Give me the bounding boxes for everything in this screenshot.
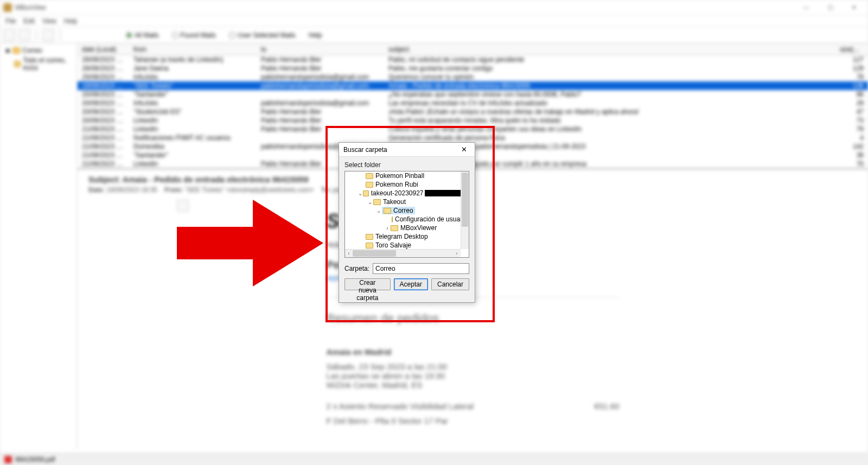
email-seat-line: 2 x Asiento Reservado Visibilidad Latera… <box>327 402 474 411</box>
preview-to-label: To: <box>321 186 331 194</box>
col-to[interactable]: to <box>257 46 384 53</box>
carpeta-input[interactable] <box>373 263 469 274</box>
tree-item[interactable]: Telegram Desktop <box>345 232 461 241</box>
dialog-title: Buscar carpeta <box>343 146 387 154</box>
menu-view[interactable]: View <box>42 17 56 25</box>
folder-icon <box>363 190 369 196</box>
toolbar-separator <box>36 30 37 41</box>
annotation-arrow-icon <box>177 200 323 286</box>
mail-row[interactable]: 25/09/2023 16:26InfoJobs pablohernandope… <box>78 73 868 81</box>
email-event-title: Amaia en Madrid <box>327 347 620 356</box>
scroll-right-icon[interactable]: › <box>453 250 461 257</box>
email-doors: Las puertas se abren a las 19:30 <box>327 371 620 380</box>
email-venue: WiZink Center, Madrid, ES <box>327 380 620 390</box>
toolbar-print-icon[interactable] <box>18 29 30 41</box>
scroll-left-icon[interactable]: ‹ <box>345 250 353 257</box>
folder-icon <box>366 173 373 179</box>
chevron-right-icon[interactable]: › <box>384 225 391 231</box>
mail-row[interactable]: 21/09/2023 09:16Notificaciones FNMT AC u… <box>78 133 868 142</box>
filter-user-selected[interactable]: User Selected Mails <box>229 31 296 39</box>
maximize-button[interactable]: ▢ <box>819 1 841 14</box>
carpeta-label: Carpeta: <box>344 265 369 272</box>
menu-edit[interactable]: Edit <box>23 17 35 25</box>
folder-icon <box>366 234 373 240</box>
mail-row[interactable]: 20/09/2023 16:36"StudentJob ES" Pablo He… <box>78 107 868 116</box>
filter-all-mails[interactable]: All Mails <box>126 31 159 39</box>
email-price: €51.60 <box>595 402 620 411</box>
menu-file[interactable]: File <box>5 17 16 25</box>
col-from[interactable]: from <box>129 46 257 53</box>
cancel-button[interactable]: Cancelar <box>431 278 469 290</box>
mail-row[interactable]: 26/09/2023 15:29Jane Daena Pablo Hernand… <box>78 64 868 73</box>
tree-item-correo[interactable]: ⌄Correo <box>345 206 461 215</box>
preview-from-label: From: <box>164 186 183 194</box>
statusbar: 96415059.pdf <box>0 453 868 465</box>
preview-from: "SEE Tickets" <donotreply@seetickets.com… <box>184 186 314 194</box>
folder-icon <box>392 216 393 222</box>
dialog-select-folder-label: Select folder <box>339 157 475 171</box>
folder-sidebar: ▣Correo Todo el correo, inclui <box>0 43 78 449</box>
email-section-resumen: Resumen de pedidos <box>327 311 620 326</box>
sidebar-root-correo[interactable]: ▣Correo <box>2 46 75 55</box>
folder-icon <box>391 225 398 231</box>
statusbar-file[interactable]: 96415059.pdf <box>15 456 55 463</box>
pdf-icon <box>4 456 12 463</box>
folder-tree[interactable]: Pokemon Pinball Pokemon Rubi ⌄takeout-20… <box>344 171 469 258</box>
tree-item[interactable]: Toro Salvaje <box>345 241 461 249</box>
chevron-down-icon[interactable]: ⌄ <box>367 199 373 205</box>
folder-browse-dialog: Buscar carpeta ✕ Select folder Pokemon P… <box>339 142 475 303</box>
chevron-down-icon[interactable]: ⌄ <box>358 190 363 196</box>
menubar: File Edit View Help <box>0 15 868 27</box>
mail-row[interactable]: 19/09/2023 18:35"SEE Tickets" pabloherna… <box>78 81 868 90</box>
toolbar-separator <box>60 30 61 41</box>
redacted-text <box>425 190 461 196</box>
col-subject[interactable]: subject <box>384 46 835 53</box>
close-window-button[interactable]: ✕ <box>843 1 865 14</box>
preview-date: 19/09/2023 18:35 <box>106 186 157 194</box>
folder-icon <box>373 199 381 205</box>
folder-icon <box>366 243 373 249</box>
mail-row[interactable]: 20/09/2023 20:34LinkedIn Pablo Hernando … <box>78 116 868 125</box>
minimize-button[interactable]: — <box>795 1 817 14</box>
tree-item[interactable]: Pokemon Pinball <box>345 171 461 180</box>
tree-item[interactable]: Configuración de usuario <box>345 215 461 224</box>
chevron-down-icon[interactable]: ⌄ <box>375 208 382 214</box>
toolbar: All Mails Found Mails User Selected Mail… <box>0 27 868 43</box>
mail-list-header: date (Local) from to subject size(KB) <box>78 43 868 55</box>
sidebar-child-all-mail[interactable]: Todo el correo, inclui <box>2 55 75 73</box>
mail-row[interactable]: 26/09/2023 07:25Tahanee (a través de Lin… <box>78 55 868 64</box>
dialog-titlebar: Buscar carpeta ✕ <box>339 143 475 157</box>
dialog-close-button[interactable]: ✕ <box>457 144 470 155</box>
app-icon <box>3 3 12 12</box>
toolbar-open-icon[interactable] <box>3 29 15 41</box>
toolbar-pick-icon[interactable] <box>42 29 54 41</box>
tree-item[interactable]: Pokemon Rubi <box>345 180 461 189</box>
col-size[interactable]: size(KB) <box>835 46 868 53</box>
menu-help[interactable]: Help <box>64 17 78 25</box>
tree-horizontal-scrollbar[interactable]: ‹› <box>345 249 461 257</box>
toolbar-help[interactable]: Help <box>309 31 322 39</box>
folder-icon <box>384 208 391 214</box>
mail-row[interactable]: 21/09/2023 09:18LinkedIn Pablo Hernando … <box>78 125 868 133</box>
accept-button[interactable]: Aceptar <box>394 278 428 290</box>
new-folder-button[interactable]: Crear nueva carpeta <box>344 278 391 290</box>
email-seat-detail: F Del Berro - Plta 0 Sector 17 Par <box>327 416 620 425</box>
col-date[interactable]: date (Local) <box>78 46 129 53</box>
preview-subject-label: Subject: <box>88 175 120 184</box>
tree-item-mboxviewer[interactable]: ›MBoxViewer <box>345 224 461 232</box>
folder-icon <box>366 182 373 188</box>
svg-marker-0 <box>177 200 323 286</box>
preview-subject: Amaia - Pedido de entrada electrónica 96… <box>123 175 309 184</box>
tree-item-takeout-sub[interactable]: ⌄Takeout <box>345 198 461 206</box>
preview-date-label: Date: <box>88 186 105 194</box>
tree-item-takeout[interactable]: ⌄takeout-20230927 <box>345 189 461 198</box>
tree-vertical-scrollbar[interactable] <box>461 171 469 249</box>
email-event-date: Sábado, 23 Sep 2023 a las 21:00 <box>327 362 620 371</box>
window-title: MBoxView <box>15 4 46 11</box>
mail-row[interactable]: 20/09/2023 11:43"Santander" ¿No esperaba… <box>78 90 868 99</box>
mail-row[interactable]: 20/09/2023 13:03InfoJobs pablohernandope… <box>78 99 868 107</box>
filter-found-mails[interactable]: Found Mails <box>172 31 216 39</box>
titlebar: MBoxView — ▢ ✕ <box>0 0 868 15</box>
